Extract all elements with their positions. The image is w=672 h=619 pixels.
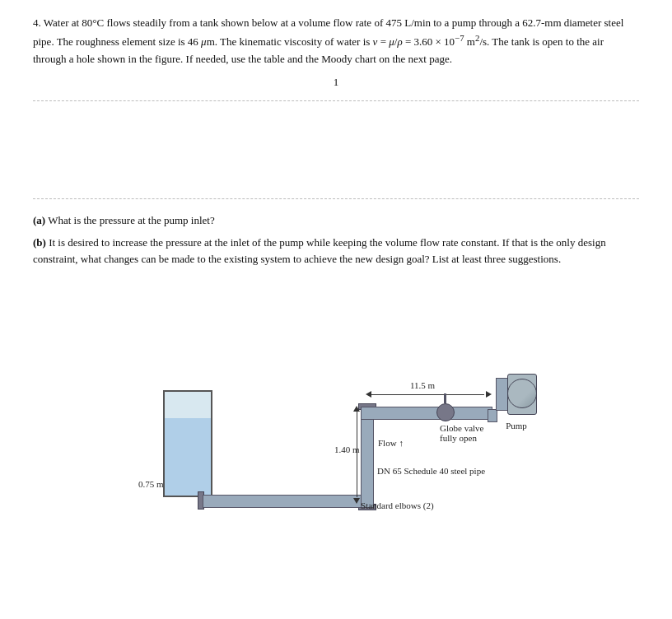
pump-label: Pump bbox=[496, 421, 537, 431]
dimension-line bbox=[369, 394, 484, 395]
sub-questions: (a) What is the pressure at the pump inl… bbox=[33, 212, 639, 268]
pipe-label: DN 65 Schedule 40 steel pipe bbox=[377, 466, 485, 476]
problem-number: 4. bbox=[33, 16, 44, 29]
problem-text: 4. Water at 80°C flows steadily from a t… bbox=[33, 15, 639, 67]
page-number: 1 bbox=[33, 76, 639, 89]
sub-b-label: (b) bbox=[33, 236, 46, 249]
arrow-right-icon bbox=[486, 391, 492, 398]
sub-a-text: What is the pressure at the pump inlet? bbox=[48, 214, 215, 226]
page: 4. Water at 80°C flows steadily from a t… bbox=[0, 0, 672, 530]
sub-question-b: (b) It is desired to increase the pressu… bbox=[33, 235, 639, 269]
pump-area: Pump bbox=[496, 374, 537, 431]
pipe-horizontal-top bbox=[361, 407, 492, 420]
problem-statement: Water at 80°C flows steadily from a tank… bbox=[33, 16, 623, 65]
flow-label: Flow ↑ bbox=[378, 438, 404, 448]
tank-water bbox=[165, 418, 211, 496]
tank bbox=[163, 390, 212, 497]
diagram-container: 11.5 m 0.75 m Globe valve bbox=[33, 283, 639, 514]
valve-label-line2: fully open bbox=[440, 433, 483, 443]
pipe-horizontal-bottom bbox=[203, 495, 367, 508]
blank-area bbox=[33, 113, 639, 187]
sub-a-label: (a) bbox=[33, 214, 45, 226]
height-arrow-up-icon bbox=[353, 406, 360, 412]
page-divider bbox=[33, 100, 639, 101]
tank-label: 0.75 m bbox=[138, 479, 164, 489]
dimension-label: 11.5 m bbox=[410, 380, 435, 390]
valve-label-line1: Globe valve bbox=[440, 423, 483, 433]
arrow-left-icon bbox=[366, 391, 371, 398]
sub-b-text: It is desired to increase the pressure a… bbox=[33, 236, 606, 266]
page-divider-bottom bbox=[33, 198, 639, 199]
height-label: 1.40 m bbox=[334, 444, 360, 454]
pipe-vertical-up bbox=[361, 407, 374, 508]
valve-stem bbox=[444, 393, 446, 403]
elbow-label: Standard elbows (2) bbox=[361, 500, 434, 510]
valve-body bbox=[436, 403, 455, 421]
height-arrow-down-icon bbox=[353, 498, 360, 504]
valve-label: Globe valve fully open bbox=[440, 423, 483, 443]
sub-question-a: (a) What is the pressure at the pump inl… bbox=[33, 212, 639, 230]
globe-valve bbox=[436, 400, 455, 425]
diagram: 11.5 m 0.75 m Globe valve bbox=[130, 283, 542, 514]
